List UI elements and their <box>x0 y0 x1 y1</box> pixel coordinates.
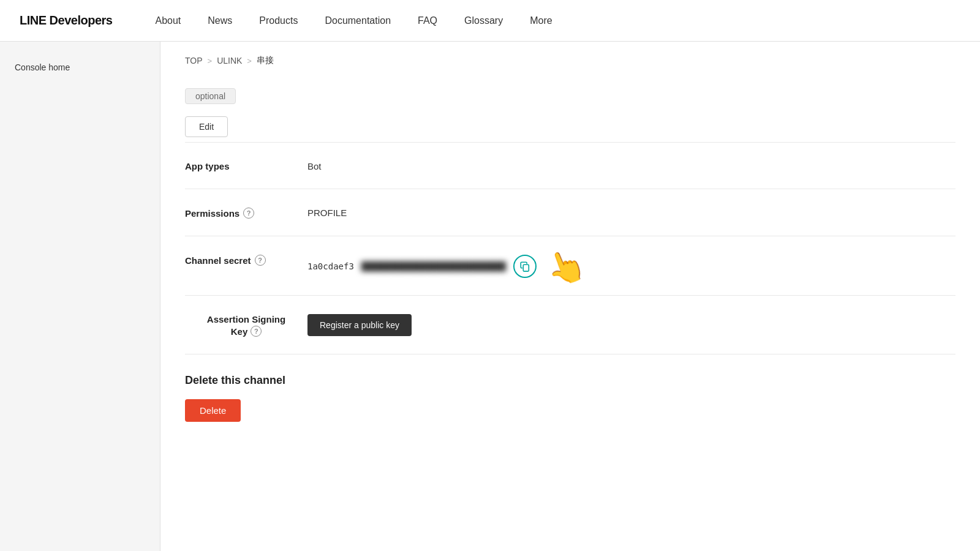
secret-blurred: ████████████████████████████ <box>361 261 506 271</box>
assertion-help-icon[interactable]: ? <box>251 326 262 337</box>
copy-secret-button[interactable] <box>513 255 537 278</box>
main-content: TOP > ULINK > 串接 optional Edit App types… <box>160 42 980 551</box>
nav-documentation[interactable]: Documentation <box>311 0 404 42</box>
sidebar-item-console-home[interactable]: Console home <box>0 54 160 81</box>
breadcrumb: TOP > ULINK > 串接 <box>185 42 956 77</box>
permissions-help-icon[interactable]: ? <box>243 208 254 219</box>
breadcrumb-top[interactable]: TOP <box>185 56 203 66</box>
nav-glossary[interactable]: Glossary <box>451 0 516 42</box>
breadcrumb-sep-2: > <box>247 56 252 66</box>
optional-row: optional Edit <box>185 77 956 142</box>
nav-products[interactable]: Products <box>246 0 311 42</box>
register-public-key-button[interactable]: Register a public key <box>307 314 412 336</box>
assertion-signing-key-label: Assertion Signing Key ? <box>185 313 307 337</box>
app-types-row: App types Bot <box>185 143 956 189</box>
channel-secret-row: Channel secret ? 1a0cdaef3 █████████████… <box>185 236 956 296</box>
delete-button[interactable]: Delete <box>185 399 241 422</box>
assertion-label-line2: Key ? <box>231 326 262 337</box>
nav-news[interactable]: News <box>194 0 246 42</box>
channel-secret-value: 1a0cdaef3 ████████████████████████████ 👆 <box>307 253 956 278</box>
channel-secret-help-icon[interactable]: ? <box>255 255 266 266</box>
delete-title: Delete this channel <box>185 374 956 387</box>
main-nav: About News Products Documentation FAQ Gl… <box>141 0 565 42</box>
nav-about[interactable]: About <box>141 0 194 42</box>
layout: Console home TOP > ULINK > 串接 optional E… <box>0 42 980 551</box>
delete-section: Delete this channel Delete <box>185 354 956 434</box>
breadcrumb-current: 串接 <box>257 55 274 66</box>
assertion-label-line1: Assertion Signing <box>207 314 285 324</box>
edit-button[interactable]: Edit <box>185 116 228 137</box>
copy-icon <box>519 261 530 272</box>
secret-prefix: 1a0cdaef3 <box>307 261 354 271</box>
secret-display: 1a0cdaef3 ████████████████████████████ 👆 <box>307 255 956 278</box>
permissions-row: Permissions ? PROFILE <box>185 189 956 236</box>
sidebar: Console home <box>0 42 160 551</box>
svg-rect-0 <box>523 264 529 271</box>
app-types-value: Bot <box>307 160 956 171</box>
permissions-label: Permissions ? <box>185 206 307 219</box>
assertion-signing-key-row: Assertion Signing Key ? Register a publi… <box>185 296 956 354</box>
nav-more[interactable]: More <box>516 0 565 42</box>
channel-secret-label: Channel secret ? <box>185 253 307 266</box>
assertion-signing-key-value: Register a public key <box>307 313 956 336</box>
breadcrumb-ulink[interactable]: ULINK <box>217 56 242 66</box>
optional-tag: optional <box>185 88 236 104</box>
copy-container: 👆 <box>513 255 537 278</box>
breadcrumb-sep-1: > <box>208 56 213 66</box>
header: LINE Developers About News Products Docu… <box>0 0 980 42</box>
app-types-label: App types <box>185 160 307 171</box>
nav-faq[interactable]: FAQ <box>404 0 451 42</box>
logo: LINE Developers <box>20 13 112 28</box>
hand-cursor-emoji: 👆 <box>540 243 590 292</box>
permissions-value: PROFILE <box>307 206 956 218</box>
